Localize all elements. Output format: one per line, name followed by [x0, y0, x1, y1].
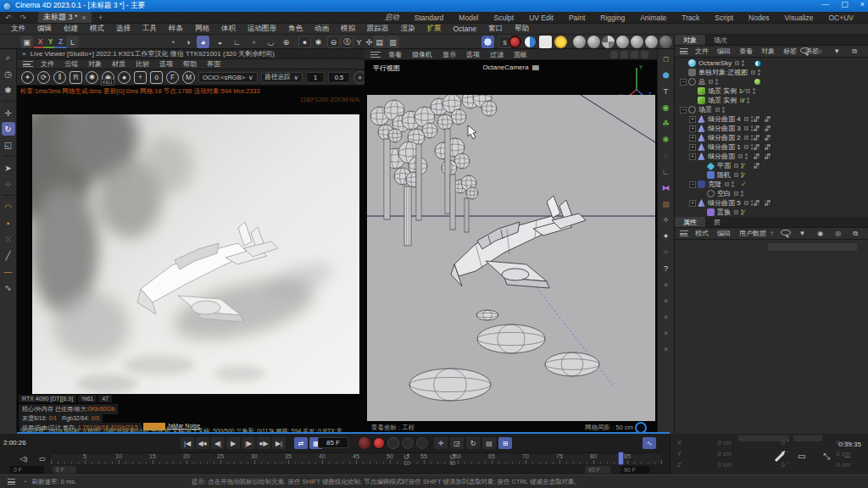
add-document-tab-button[interactable]: +	[98, 14, 103, 22]
visibility-dots[interactable]	[722, 107, 725, 113]
om-menu-0[interactable]: 文件	[691, 47, 713, 56]
workplane-mode-icon[interactable]: ◕	[197, 36, 209, 48]
grid-icon[interactable]: ▦	[659, 197, 672, 210]
menu-8[interactable]: 体积	[215, 24, 242, 34]
octane-logo-icon[interactable]	[481, 36, 494, 48]
material-tag-icon[interactable]	[753, 115, 760, 123]
menu-6[interactable]: 样条	[163, 24, 189, 34]
add-region-icon[interactable]: +	[134, 71, 147, 84]
selection-move-icon[interactable]: ➤	[2, 161, 15, 175]
film-region-icon[interactable]: F	[166, 71, 179, 84]
timeline-sound-icon[interactable]: ◁)	[17, 452, 31, 464]
material-slot-icon[interactable]: ●	[659, 326, 672, 339]
center-icon[interactable]: ▫	[248, 36, 260, 48]
layout-item-paint[interactable]: Paint	[561, 14, 593, 22]
material-sphere-icon[interactable]	[631, 36, 643, 48]
cloner-generator-icon[interactable]: ☘	[659, 117, 672, 130]
rotate-tool-icon[interactable]: ↻	[2, 122, 15, 136]
material-slot-icon[interactable]: ●	[659, 310, 672, 323]
octane-sun-button[interactable]	[554, 36, 567, 48]
octane-liveviewer-button[interactable]	[509, 36, 521, 48]
menu-17[interactable]: 窗口	[482, 24, 509, 34]
render-preview[interactable]	[32, 114, 359, 394]
expand-toggle-icon[interactable]: +	[689, 200, 696, 207]
expand-toggle-icon[interactable]: −	[680, 79, 687, 86]
octane-camera-button[interactable]	[524, 36, 537, 48]
pop-out-icon[interactable]: ⧉	[848, 47, 861, 56]
layer-chip[interactable]	[715, 108, 720, 112]
attr-tab-1[interactable]: 层	[705, 217, 729, 227]
material-tag-icon[interactable]	[753, 162, 760, 169]
menu-18[interactable]: 帮助	[509, 24, 535, 34]
range-start-field[interactable]: 0 F	[10, 466, 44, 474]
material-picker-icon[interactable]: M	[182, 71, 195, 84]
layer-chip[interactable]	[744, 126, 748, 130]
undo-icon[interactable]: ↶	[5, 14, 15, 22]
visibility-dots[interactable]	[745, 153, 748, 159]
thinking-particles-icon[interactable]: ⁘	[659, 246, 672, 258]
previous-key-button[interactable]: ◀●	[196, 437, 209, 449]
layout-item-animate[interactable]: Animate	[632, 14, 674, 22]
material-sphere-icon[interactable]	[602, 36, 615, 48]
material-tag-icon[interactable]	[764, 134, 771, 141]
render-settings-button[interactable]: ▥	[387, 36, 399, 48]
material-tag-icon[interactable]	[753, 134, 760, 141]
expand-toggle-icon[interactable]: +	[689, 135, 696, 141]
hamburger-icon[interactable]	[680, 230, 688, 236]
magnet-icon[interactable]: ◡	[264, 36, 277, 48]
snap-icon[interactable]: ◔	[166, 36, 179, 48]
hamburger-icon[interactable]	[8, 479, 15, 485]
range-start-cap[interactable]: 0 F	[53, 466, 76, 474]
vp-menu-4[interactable]: 过滤	[485, 50, 509, 59]
material-tag-icon[interactable]	[753, 199, 760, 207]
layer-chip[interactable]	[751, 70, 755, 75]
layer-chip[interactable]	[744, 136, 748, 140]
subdivision-surface-icon[interactable]: ◉	[659, 101, 672, 114]
layout-item-standard[interactable]: Standard	[407, 14, 452, 22]
vp-menu-0[interactable]: 查看	[383, 50, 407, 59]
render-view-button[interactable]: ▤	[373, 36, 386, 48]
layout-item-track[interactable]: Track	[674, 14, 707, 22]
tree-item-10[interactable]: +细分曲面	[675, 152, 868, 161]
more-options-icon[interactable]: ...	[844, 451, 851, 459]
resolution-scale-field[interactable]: 0.5	[328, 72, 350, 83]
attr-menu-0[interactable]: 模式	[691, 229, 713, 238]
next-frame-button[interactable]: |▶	[242, 437, 255, 449]
record-scale-toggle[interactable]: ◲	[450, 437, 464, 449]
pause-render-icon[interactable]: ‖	[53, 71, 66, 84]
pop-out-icon[interactable]: ⧉	[849, 230, 862, 238]
coord-rot-value[interactable]: 0 °	[752, 439, 789, 446]
line-cut-icon[interactable]: —	[2, 264, 15, 278]
material-tag-icon[interactable]	[753, 125, 760, 132]
layer-chip[interactable]	[734, 164, 738, 168]
expand-toggle-icon[interactable]: +	[689, 116, 696, 123]
vp-menu-2[interactable]: 显示	[437, 50, 461, 59]
lv-menu-1[interactable]: 云端	[59, 59, 83, 69]
viewport-canvas[interactable]	[367, 95, 655, 421]
material-tag-icon[interactable]	[753, 152, 760, 160]
keyframe-chart-icon[interactable]: ∿	[643, 437, 656, 449]
material-sphere-icon[interactable]	[573, 36, 586, 48]
symmetry-icon[interactable]: ⧓	[659, 181, 672, 194]
lv-menu-0[interactable]: 文件	[36, 59, 59, 69]
layout-item-oc-uv[interactable]: OC+UV	[821, 14, 861, 22]
om-menu-2[interactable]: 查看	[735, 47, 757, 56]
menu-15[interactable]: 扩展	[421, 24, 448, 34]
keyframe-selection-button[interactable]	[402, 437, 414, 449]
material-tag-icon[interactable]	[764, 115, 771, 123]
resize-arrows-icon[interactable]: ⤡	[823, 452, 830, 462]
hamburger-icon[interactable]	[370, 52, 381, 58]
tree-item-15[interactable]: +细分曲面 5	[675, 198, 868, 208]
sky-tag-icon[interactable]	[754, 60, 761, 67]
close-button[interactable]: ×	[860, 0, 865, 8]
multi-select-icon[interactable]: ⁘	[2, 177, 15, 191]
keyframe-options-button[interactable]	[416, 437, 428, 449]
material-sphere-icon[interactable]	[587, 36, 600, 48]
brush-tool-icon[interactable]: ◠	[2, 200, 15, 214]
record-point-level-toggle[interactable]: ⊞	[498, 437, 512, 449]
visibility-dots[interactable]	[741, 191, 743, 197]
material-tag-icon[interactable]	[764, 143, 771, 151]
attr-tab-0[interactable]: 属性	[675, 217, 705, 227]
layer-chip[interactable]	[744, 201, 748, 205]
expand-toggle-icon[interactable]: +	[689, 144, 696, 151]
